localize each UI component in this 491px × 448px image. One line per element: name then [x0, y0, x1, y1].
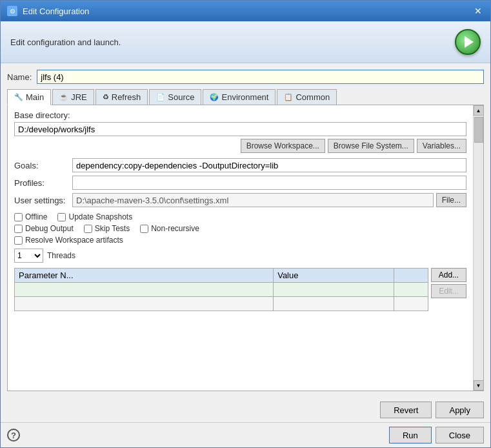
dialog-icon: ⚙: [7, 6, 17, 16]
scrollbar[interactable]: ▲ ▼: [473, 105, 483, 391]
footer-right-buttons: Run Close: [389, 427, 484, 443]
update-snapshots-checkbox[interactable]: [57, 213, 66, 221]
offline-checkbox-item[interactable]: Offline: [14, 212, 47, 221]
update-snapshots-checkbox-item[interactable]: Update Snapshots: [57, 212, 132, 221]
skip-tests-label: Skip Tests: [95, 224, 130, 233]
threads-row: 1 2 4 Threads: [14, 249, 466, 263]
debug-output-checkbox-item[interactable]: Debug Output: [14, 224, 74, 233]
main-panel: Base directory: Browse Workspace... Brow…: [7, 105, 484, 391]
jre-tab-icon: ☕: [59, 93, 68, 101]
base-dir-row: Base directory:: [14, 110, 466, 136]
tab-common[interactable]: 📋 Common: [277, 89, 337, 105]
tab-refresh[interactable]: ♻ Refresh: [95, 89, 148, 105]
params-buttons: Add... Edit...: [431, 268, 466, 311]
col-empty-header: [394, 269, 428, 283]
resolve-workspace-label: Resolve Workspace artifacts: [25, 236, 123, 245]
scroll-thumb[interactable]: [474, 117, 483, 143]
dialog-title: Edit Configuration: [23, 6, 89, 16]
offline-checkbox[interactable]: [14, 213, 23, 221]
threads-label: Threads: [47, 251, 75, 260]
tab-main[interactable]: 🔧 Main: [7, 89, 51, 105]
tab-environment-label: Environment: [221, 92, 268, 102]
table-row: [15, 297, 428, 311]
offline-label: Offline: [25, 212, 47, 221]
add-param-button[interactable]: Add...: [431, 268, 466, 282]
non-recursive-checkbox-item[interactable]: Non-recursive: [140, 224, 199, 233]
value-cell-1: [274, 283, 394, 297]
browse-buttons: Browse Workspace... Browse File System..…: [14, 139, 466, 153]
tabs-area: 🔧 Main ☕ JRE ♻ Refresh 📄 Source 🌍 Enviro…: [7, 89, 484, 105]
params-area: Parameter N... Value: [14, 268, 466, 311]
run-button[interactable]: Run: [389, 427, 432, 443]
apply-button[interactable]: Apply: [436, 402, 484, 418]
extra-cell-2: [394, 297, 428, 311]
profiles-input[interactable]: [72, 176, 466, 190]
tab-source[interactable]: 📄 Source: [149, 89, 201, 105]
resolve-workspace-checkbox[interactable]: [14, 236, 23, 245]
user-settings-row: User settings: File...: [14, 193, 466, 207]
name-input[interactable]: [37, 70, 484, 84]
run-icon-button[interactable]: [455, 29, 481, 55]
tab-source-label: Source: [168, 92, 194, 102]
user-settings-input[interactable]: [72, 193, 434, 207]
header-area: Edit configuration and launch.: [1, 21, 490, 63]
non-recursive-label: Non-recursive: [151, 224, 199, 233]
browse-filesystem-button[interactable]: Browse File System...: [328, 139, 414, 153]
name-row: Name:: [7, 70, 484, 84]
file-button[interactable]: File...: [436, 193, 466, 207]
close-x-button[interactable]: ✕: [472, 5, 484, 17]
checkboxes-area: Offline Update Snapshots Debug Output: [14, 212, 466, 245]
tab-environment[interactable]: 🌍 Environment: [203, 89, 276, 105]
goals-row: Goals:: [14, 158, 466, 172]
tab-main-label: Main: [26, 92, 44, 102]
update-snapshots-label: Update Snapshots: [68, 212, 132, 221]
bottom-buttons: Revert Apply: [1, 396, 490, 422]
environment-tab-icon: 🌍: [210, 93, 219, 101]
revert-button[interactable]: Revert: [380, 402, 432, 418]
checkbox-row-1: Offline Update Snapshots: [14, 212, 466, 221]
debug-output-checkbox[interactable]: [14, 225, 23, 233]
base-dir-label: Base directory:: [14, 110, 466, 120]
edit-param-button[interactable]: Edit...: [431, 284, 466, 298]
browse-workspace-button[interactable]: Browse Workspace...: [241, 139, 325, 153]
threads-select[interactable]: 1 2 4: [14, 249, 43, 263]
resolve-workspace-checkbox-item[interactable]: Resolve Workspace artifacts: [14, 236, 123, 245]
scroll-down-button[interactable]: ▼: [474, 380, 484, 391]
non-recursive-checkbox[interactable]: [140, 225, 148, 233]
panel-inner: Base directory: Browse Workspace... Brow…: [8, 105, 473, 391]
tab-jre[interactable]: ☕ JRE: [52, 89, 94, 105]
edit-configuration-dialog: ⚙ Edit Configuration ✕ Edit configuratio…: [0, 0, 491, 448]
profiles-row: Profiles:: [14, 176, 466, 190]
user-settings-label: User settings:: [14, 196, 72, 205]
tab-refresh-label: Refresh: [112, 92, 141, 102]
param-cell-1: [15, 283, 274, 297]
panel-scroll-area: Base directory: Browse Workspace... Brow…: [8, 105, 483, 391]
header-text: Edit configuration and launch.: [10, 37, 121, 47]
help-icon[interactable]: ?: [7, 429, 20, 442]
params-table: Parameter N... Value: [14, 268, 428, 311]
base-dir-input[interactable]: [14, 122, 466, 136]
tab-jre-label: JRE: [71, 92, 87, 102]
checkbox-row-2: Debug Output Skip Tests Non-recursive: [14, 224, 466, 233]
col-value-header: Value: [274, 269, 394, 283]
params-table-wrap: Parameter N... Value: [14, 268, 428, 311]
footer-close-button[interactable]: Close: [436, 427, 484, 443]
title-bar-left: ⚙ Edit Configuration: [7, 6, 89, 16]
footer: ? Run Close: [1, 422, 490, 447]
col-param-header: Parameter N...: [15, 269, 274, 283]
scroll-up-button[interactable]: ▲: [474, 105, 484, 116]
title-bar: ⚙ Edit Configuration ✕: [1, 1, 490, 21]
skip-tests-checkbox-item[interactable]: Skip Tests: [84, 224, 130, 233]
extra-cell-1: [394, 283, 428, 297]
param-cell-2: [15, 297, 274, 311]
tab-common-label: Common: [296, 92, 330, 102]
main-tab-icon: 🔧: [14, 93, 23, 101]
checkbox-row-3: Resolve Workspace artifacts: [14, 236, 466, 245]
browse-variables-button[interactable]: Variables...: [417, 139, 466, 153]
goals-input[interactable]: [72, 158, 466, 172]
profiles-label: Profiles:: [14, 178, 72, 188]
content-area: Name: 🔧 Main ☕ JRE ♻ Refresh 📄 Source: [1, 63, 490, 396]
skip-tests-checkbox[interactable]: [84, 225, 92, 233]
debug-output-label: Debug Output: [25, 224, 74, 233]
common-tab-icon: 📋: [284, 93, 293, 101]
